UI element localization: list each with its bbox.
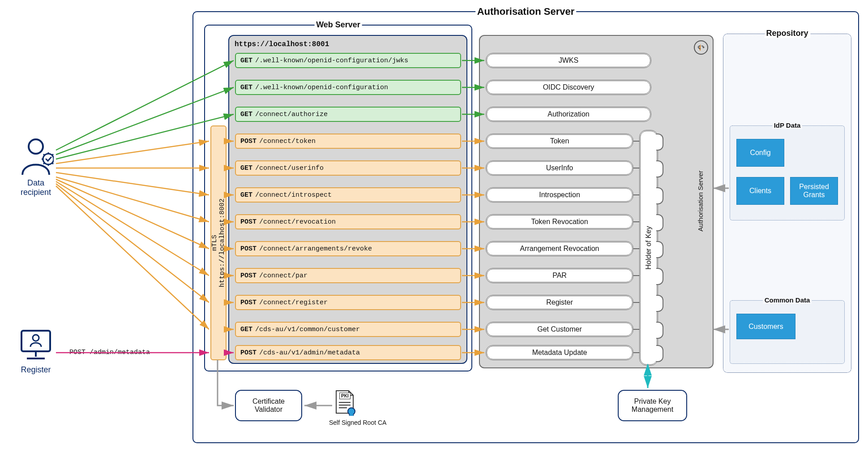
node-register: Register bbox=[486, 295, 633, 310]
svg-line-18 bbox=[56, 181, 209, 276]
svg-line-15 bbox=[56, 173, 209, 195]
self-signed-label: Self Signed Root CA bbox=[329, 419, 365, 426]
endpoint-userinfo: GET/connect/userinfo bbox=[235, 160, 461, 176]
web-server-url: https://localhost:8001 bbox=[235, 40, 329, 48]
node-introspection: Introspection bbox=[486, 187, 633, 203]
svg-line-17 bbox=[56, 179, 209, 249]
svg-point-9 bbox=[348, 408, 355, 415]
idp-grants-block: Persisted Grants bbox=[790, 177, 838, 205]
hok-tab bbox=[656, 322, 663, 339]
mtls-box: mTLS https://localhost:8002 bbox=[210, 125, 227, 360]
node-oidc-discovery: OIDC Discovery bbox=[486, 80, 651, 95]
svg-point-3 bbox=[33, 335, 39, 341]
node-userinfo: UserInfo bbox=[486, 160, 633, 176]
node-arrangement-revocation: Arrangement Revocation bbox=[486, 241, 633, 256]
endpoint-arrangements-revoke: POST/connect/arrangements/revoke bbox=[235, 241, 461, 256]
svg-point-1 bbox=[43, 154, 54, 164]
holder-of-key-box: Holder of Key bbox=[639, 130, 658, 366]
node-par: PAR bbox=[486, 268, 633, 283]
idp-data-title: IdP Data bbox=[772, 121, 803, 129]
repository-title: Repository bbox=[764, 29, 810, 38]
node-token-revocation: Token Revocation bbox=[486, 214, 633, 229]
endpoint-authorize: GET /connect/authorize bbox=[235, 107, 461, 122]
web-server-title: Web Server bbox=[314, 20, 362, 30]
hok-tab bbox=[656, 160, 663, 177]
svg-point-0 bbox=[29, 139, 43, 154]
register-icon bbox=[18, 327, 54, 363]
register-label: Register bbox=[18, 365, 54, 375]
data-recipient-label: Data recipient bbox=[13, 178, 58, 197]
node-metadata-update: Metadata Update bbox=[486, 345, 633, 360]
holder-of-key-label: Holder of Key bbox=[645, 226, 653, 270]
endpoint-introspect: GET/connect/introspect bbox=[235, 187, 461, 203]
pki-badge: PKI bbox=[339, 393, 351, 399]
endpoint-oidc-discovery: GET /.well-known/openid-configuration bbox=[235, 80, 461, 95]
endpoint-par: POST/connect/par bbox=[235, 268, 461, 283]
certificate-validator-box: Certificate Validator bbox=[235, 390, 302, 421]
idp-config-block: Config bbox=[736, 139, 784, 167]
endpoint-jwks: GET /.well-known/openid-configuration/jw… bbox=[235, 53, 461, 68]
private-key-mgmt-box: Private Key Management bbox=[618, 390, 687, 421]
endpoint-token: POST/connect/token bbox=[235, 134, 461, 149]
hok-tab bbox=[656, 268, 663, 285]
endpoint-get-customer: GET/cds-au/v1/common/customer bbox=[235, 322, 461, 337]
hok-tab bbox=[656, 345, 663, 362]
idp-clients-block: Clients bbox=[736, 177, 784, 205]
svg-line-16 bbox=[56, 177, 209, 222]
mtls-label: mTLS https://localhost:8002 bbox=[211, 199, 226, 287]
hok-tab bbox=[656, 214, 663, 231]
svg-line-13 bbox=[56, 141, 209, 164]
openid-icon bbox=[694, 40, 708, 55]
hok-tab bbox=[656, 295, 663, 312]
customers-block: Customers bbox=[736, 314, 795, 339]
hok-tab bbox=[656, 187, 663, 204]
endpoint-register: POST/connect/register bbox=[235, 295, 461, 310]
node-jwks: JWKS bbox=[486, 53, 651, 68]
authorisation-server-title: Authorisation Server bbox=[475, 6, 577, 17]
hok-tab bbox=[656, 241, 663, 258]
node-authorization: Authorization bbox=[486, 107, 651, 122]
node-token: Token bbox=[486, 134, 633, 149]
endpoint-metadata-update: POST/cds-au/v1/admin/metadata bbox=[235, 345, 461, 360]
node-get-customer: Get Customer bbox=[486, 322, 633, 337]
common-data-title: Common Data bbox=[763, 296, 812, 304]
svg-line-19 bbox=[56, 184, 209, 302]
hok-tab bbox=[656, 134, 663, 151]
data-recipient-icon bbox=[18, 137, 54, 177]
endpoint-revocation: POST/connect/revocation bbox=[235, 214, 461, 229]
inner-auth-server-label: Authorisation Server bbox=[697, 171, 704, 232]
svg-line-20 bbox=[56, 186, 209, 329]
register-call-label: POST /admin/metadata bbox=[69, 349, 150, 356]
